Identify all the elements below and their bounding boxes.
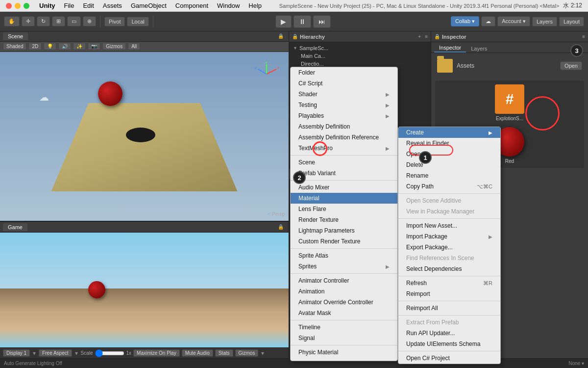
create-submenu[interactable]: Folder C# Script Shader ▶ Testing ▶ Play… <box>290 67 398 361</box>
layout-button[interactable]: Layout <box>559 17 584 26</box>
ctx-select-deps[interactable]: Select Dependencies <box>398 263 500 274</box>
ctx-physic-mat[interactable]: Physic Material <box>291 347 397 358</box>
ctx-animator-override[interactable]: Animator Override Controller <box>291 297 397 308</box>
light-button[interactable]: 💡 <box>44 43 56 50</box>
open-button[interactable]: Open <box>560 61 582 70</box>
ctx-import-new[interactable]: Import New Asset... <box>398 220 500 231</box>
gizmos-button[interactable]: Gizmos <box>102 43 126 50</box>
ctx-open[interactable]: Open <box>398 149 500 159</box>
ctx-refresh[interactable]: Refresh ⌘R <box>398 278 500 289</box>
ctx-run-api[interactable]: Run API Updater... <box>398 328 500 339</box>
maximize-button[interactable]: Maximize On Play <box>133 349 180 357</box>
all-button[interactable]: All <box>128 43 140 50</box>
move-tool[interactable]: ✛ <box>22 16 35 26</box>
assets-context-menu[interactable]: Create ▶ Reveal in Finder Open Delete Re… <box>398 127 501 364</box>
ctx-reimport-all[interactable]: Reimport All <box>398 303 500 314</box>
ctx-timeline[interactable]: Timeline <box>291 322 397 333</box>
minimize-button[interactable] <box>15 3 21 9</box>
pivot-button[interactable]: Pivot <box>104 17 125 26</box>
ctx-prefab-variant[interactable]: Prefab Variant <box>291 168 397 179</box>
ctx-scene[interactable]: Scene <box>291 157 397 168</box>
aspect-button[interactable]: Free Aspect <box>39 349 72 357</box>
ctx-testing[interactable]: Testing ▶ <box>291 100 397 110</box>
tab-layers[interactable]: Layers <box>466 45 492 53</box>
ctx-import-package[interactable]: Import Package ▶ <box>398 231 500 242</box>
ctx-delete[interactable]: Delete <box>398 159 500 170</box>
audio-button[interactable]: 🔊 <box>58 43 71 50</box>
ctx-material[interactable]: Material <box>291 193 397 204</box>
list-item[interactable]: ▼ SampleSc... <box>289 44 431 52</box>
ctx-folder[interactable]: Folder <box>291 67 397 78</box>
menu-file[interactable]: File <box>60 2 78 9</box>
list-item[interactable]: Main Ca... <box>289 52 431 60</box>
stats-button[interactable]: Stats <box>215 349 233 357</box>
pause-button[interactable]: ⏸ <box>294 15 311 28</box>
rect-tool[interactable]: ▭ <box>67 16 81 26</box>
tab-game[interactable]: Game <box>3 223 27 231</box>
account-button[interactable]: Account ▾ <box>497 16 530 26</box>
fx-button[interactable]: ✨ <box>73 43 86 50</box>
ctx-reveal-finder[interactable]: Reveal in Finder <box>398 138 500 149</box>
game-content[interactable] <box>0 233 289 347</box>
ctx-open-csharp[interactable]: Open C# Project <box>398 353 500 364</box>
menu-edit[interactable]: Edit <box>79 2 98 9</box>
ctx-lens-flare[interactable]: Lens Flare <box>291 204 397 214</box>
ctx-render-texture[interactable]: Render Texture <box>291 214 397 225</box>
cloud-button[interactable]: ☁ <box>481 16 495 26</box>
ctx-create[interactable]: Create ▶ <box>398 127 500 138</box>
ctx-csharp[interactable]: C# Script <box>291 78 397 89</box>
layers-button[interactable]: Layers <box>532 17 557 26</box>
mute-button[interactable]: Mute Audio <box>182 349 213 357</box>
ctx-rename[interactable]: Rename <box>398 170 500 181</box>
ctx-audio-mixer[interactable]: Audio Mixer <box>291 182 397 193</box>
close-button[interactable] <box>6 3 12 9</box>
tab-scene[interactable]: Scene <box>3 32 28 40</box>
menu-component[interactable]: Component <box>172 2 212 9</box>
hier-add-icon[interactable]: + <box>418 34 421 39</box>
none-dropdown[interactable]: None ▾ <box>568 361 584 366</box>
ctx-avatar-mask[interactable]: Avatar Mask <box>291 308 397 318</box>
hashtag-asset-preview[interactable]: # ExplotionS... <box>439 84 580 121</box>
ctx-copy-path[interactable]: Copy Path ⌥⌘C <box>398 181 500 192</box>
inspector-menu-icon[interactable]: ≡ <box>582 34 585 39</box>
ctx-custom-render[interactable]: Custom Render Texture <box>291 236 397 247</box>
play-button[interactable]: ▶ <box>275 15 292 28</box>
game-lock-icon[interactable]: 🔒 <box>276 224 286 230</box>
scene-cam-button[interactable]: 📷 <box>88 43 100 50</box>
ctx-assembly-ref[interactable]: Assembly Definition Reference <box>291 132 397 143</box>
ctx-sprites[interactable]: Sprites ▶ <box>291 261 397 272</box>
ctx-sprite-atlas[interactable]: Sprite Atlas <box>291 250 397 261</box>
ctx-assembly-def[interactable]: Assembly Definition <box>291 121 397 132</box>
ctx-lightmap-params[interactable]: Lightmap Parameters <box>291 225 397 236</box>
ctx-shader[interactable]: Shader ▶ <box>291 89 397 100</box>
tab-inspector[interactable]: Inspector <box>434 44 466 53</box>
step-button[interactable]: ⏭ <box>313 15 331 28</box>
ctx-animation[interactable]: Animation <box>291 286 397 297</box>
collab-button[interactable]: Collab ▾ <box>451 16 479 26</box>
menu-unity[interactable]: Unity <box>35 2 59 9</box>
ctx-playables[interactable]: Playables ▶ <box>291 110 397 121</box>
hier-menu-icon[interactable]: ≡ <box>425 34 428 39</box>
2d-button[interactable]: 2D <box>28 43 42 50</box>
menu-assets[interactable]: Assets <box>99 2 126 9</box>
rotate-tool[interactable]: ↻ <box>37 16 50 26</box>
scale-slider[interactable] <box>95 349 124 357</box>
scale-tool[interactable]: ⊞ <box>52 16 65 26</box>
ctx-update-ui[interactable]: Update UIElements Schema <box>398 339 500 349</box>
gizmos-game-button[interactable]: Gizmos <box>235 349 259 357</box>
transform-tool[interactable]: ⊕ <box>83 16 96 26</box>
ctx-export-package[interactable]: Export Package... <box>398 242 500 253</box>
ctx-signal[interactable]: Signal <box>291 333 397 343</box>
ctx-physics-2d[interactable]: Physics Material 2D <box>291 358 397 361</box>
scene-sphere[interactable] <box>98 81 122 106</box>
menu-help[interactable]: Help <box>245 2 266 9</box>
maximize-button[interactable] <box>24 3 29 9</box>
local-button[interactable]: Local <box>127 17 148 26</box>
ctx-textmeshpro[interactable]: TextMeshPro ▶ <box>291 143 397 154</box>
shaded-button[interactable]: Shaded <box>3 43 26 50</box>
scene-content[interactable]: ☁ X Y Z < Persp <box>0 52 289 221</box>
menu-gameobject[interactable]: GameObject <box>127 2 171 9</box>
menu-window[interactable]: Window <box>213 2 244 9</box>
ctx-animator-ctrl[interactable]: Animator Controller <box>291 275 397 286</box>
lock-icon[interactable]: 🔒 <box>276 33 286 39</box>
